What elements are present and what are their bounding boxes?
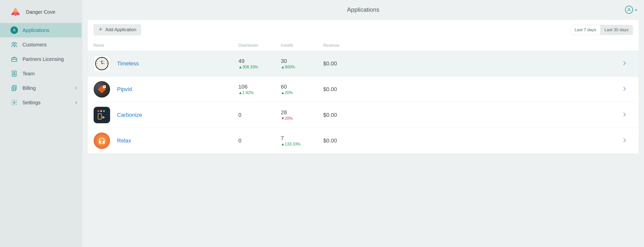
- sidebar-item-label: Billing: [22, 85, 36, 91]
- installs-value: 7: [281, 135, 323, 142]
- svg-rect-27: [98, 114, 101, 119]
- sidebar-item-applications[interactable]: A Applications: [0, 23, 82, 38]
- user-menu[interactable]: [625, 6, 638, 14]
- downloads-change: ▲308.33%: [238, 65, 281, 69]
- toolbar: Add Application Last 7 days Last 30 days: [88, 20, 639, 40]
- svg-point-4: [14, 42, 16, 44]
- app-icon-relax: [94, 132, 110, 149]
- brand-name: Danger Cove: [26, 9, 56, 15]
- downloads-value: 0: [238, 112, 281, 118]
- app-icon-timeless: TIMELESS: [94, 56, 110, 72]
- chevron-right-icon: [75, 100, 78, 106]
- sidebar-item-settings[interactable]: Settings: [0, 95, 82, 110]
- app-name-link[interactable]: Relax: [117, 138, 131, 144]
- svg-point-3: [12, 42, 14, 44]
- billing-icon: [10, 84, 18, 92]
- downloads-value: 106: [238, 84, 281, 90]
- sidebar-item-label: Settings: [22, 100, 40, 106]
- avatar-icon: [625, 6, 633, 14]
- revenue-value: $0.00: [323, 86, 623, 92]
- brand[interactable]: Danger Cove: [0, 4, 82, 23]
- table-row[interactable]: Carbonize 0 28 ▼20% $0.00: [88, 102, 639, 128]
- revenue-value: $0.00: [323, 138, 623, 144]
- range-last-7-days[interactable]: Last 7 days: [570, 25, 600, 35]
- gear-icon: [10, 99, 18, 106]
- svg-point-23: [104, 86, 105, 87]
- sidebar-item-customers[interactable]: Customers: [0, 38, 82, 52]
- svg-rect-30: [103, 141, 104, 143]
- column-header-name: Name: [94, 43, 238, 48]
- svg-marker-1: [12, 8, 18, 12]
- chevron-down-icon: [634, 8, 638, 12]
- chevron-right-icon: [623, 138, 633, 144]
- svg-marker-28: [102, 116, 105, 119]
- svg-rect-5: [12, 58, 17, 62]
- sidebar-item-label: Partners Licensing: [22, 56, 64, 62]
- svg-point-7: [14, 72, 15, 74]
- installs-value: 60: [281, 84, 323, 90]
- table-header: Name Downloads Installs Revenue: [88, 40, 639, 51]
- svg-rect-29: [99, 141, 101, 143]
- sidebar-item-label: Team: [22, 71, 35, 76]
- svg-point-10: [14, 102, 15, 104]
- brand-logo-icon: [10, 7, 20, 17]
- svg-point-11: [628, 8, 630, 10]
- column-header-downloads: Downloads: [238, 43, 281, 48]
- chevron-right-icon: [75, 85, 78, 91]
- app-icon-carbonize: [94, 107, 110, 123]
- table-row[interactable]: TIMELESS Timeless 49 ▲308.33% 30 ▲900%: [88, 51, 639, 76]
- installs-change: ▲900%: [281, 65, 323, 69]
- revenue-value: $0.00: [323, 112, 623, 118]
- sidebar-item-partners-licensing[interactable]: Partners Licensing: [0, 52, 82, 66]
- column-header-installs: Installs: [281, 43, 323, 48]
- table-row[interactable]: Pipvid 106 ▲1.92% 60 ▲20% $0.00: [88, 76, 639, 102]
- page-header: Applications: [82, 0, 644, 20]
- downloads-change: ▲1.92%: [238, 90, 281, 95]
- content-panel: Add Application Last 7 days Last 30 days…: [87, 20, 639, 154]
- sidebar-item-label: Customers: [22, 42, 47, 48]
- chevron-right-icon: [623, 86, 633, 92]
- team-icon: [10, 70, 18, 77]
- sidebar-item-billing[interactable]: Billing: [0, 81, 82, 95]
- svg-point-25: [100, 110, 102, 112]
- chevron-right-icon: [623, 112, 633, 118]
- app-name-link[interactable]: Carbonize: [117, 112, 142, 118]
- installs-value: 30: [281, 58, 323, 64]
- range-last-30-days[interactable]: Last 30 days: [600, 25, 632, 35]
- table-row[interactable]: Relax 0 7 ▲133.33% $0.00: [88, 128, 639, 154]
- add-application-button[interactable]: Add Application: [94, 24, 141, 36]
- page-title: Applications: [347, 6, 379, 13]
- svg-point-24: [97, 110, 99, 112]
- installs-change: ▲133.33%: [281, 142, 323, 146]
- sidebar-item-label: Applications: [22, 28, 50, 33]
- date-range-segmented: Last 7 days Last 30 days: [570, 25, 633, 35]
- installs-change: ▼20%: [281, 116, 323, 121]
- plus-icon: [98, 27, 103, 33]
- chevron-right-icon: [623, 61, 633, 66]
- column-header-revenue: Revenue: [323, 43, 623, 48]
- sidebar-item-team[interactable]: Team: [0, 66, 82, 81]
- svg-point-26: [103, 110, 105, 112]
- app-name-link[interactable]: Pipvid: [117, 86, 132, 92]
- downloads-value: 0: [238, 138, 281, 144]
- sidebar: Danger Cove A Applications Customers: [0, 0, 82, 247]
- revenue-value: $0.00: [323, 60, 623, 67]
- main: Applications Add Ap: [82, 0, 644, 247]
- add-application-label: Add Application: [105, 27, 136, 32]
- installs-value: 28: [281, 109, 323, 116]
- svg-point-20: [101, 63, 102, 64]
- downloads-value: 49: [238, 58, 281, 64]
- app-name-link[interactable]: Timeless: [117, 60, 139, 67]
- customers-icon: [10, 41, 18, 48]
- installs-change: ▲20%: [281, 90, 323, 95]
- briefcase-icon: [10, 56, 18, 63]
- applications-badge-icon: A: [10, 26, 18, 34]
- app-icon-pipvid: [94, 81, 110, 98]
